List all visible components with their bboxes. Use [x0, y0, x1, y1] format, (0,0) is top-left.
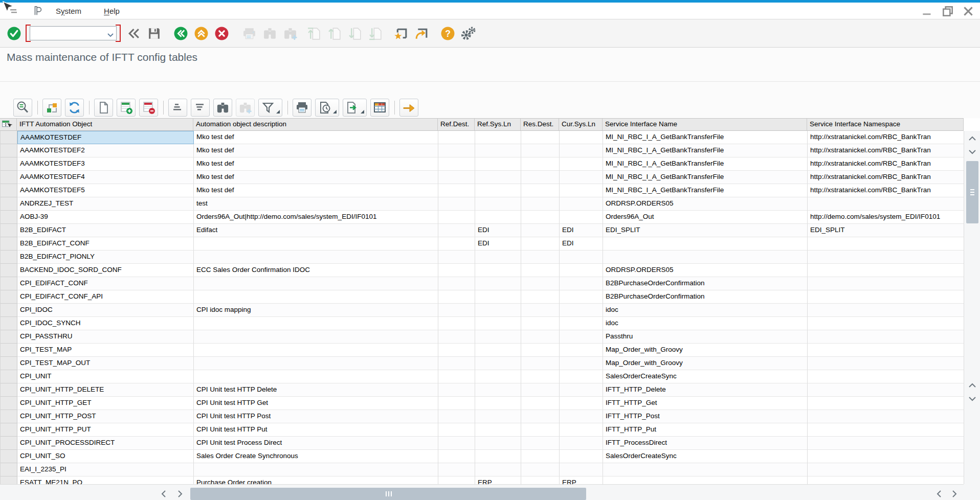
create-shortcut-button[interactable]	[412, 25, 430, 42]
cell-res_dest[interactable]	[521, 397, 560, 410]
vertical-scrollbar-thumb[interactable]	[966, 161, 978, 223]
cell-res_dest[interactable]	[521, 344, 560, 357]
cell-sin[interactable]: Orders96A_Out	[603, 211, 808, 224]
cell-ref_dest[interactable]	[438, 330, 475, 344]
cell-desc[interactable]: Purchase Order creation	[194, 476, 438, 484]
cell-res_dest[interactable]	[521, 370, 560, 383]
row-selector[interactable]	[1, 184, 17, 197]
cell-ref_sys[interactable]	[475, 290, 521, 304]
scroll-down-button[interactable]	[965, 145, 979, 158]
cell-sin[interactable]	[603, 251, 808, 264]
exit-button[interactable]	[192, 25, 210, 42]
cell-res_dest[interactable]	[521, 157, 560, 171]
page-up-button[interactable]	[326, 25, 344, 42]
row-selector[interactable]	[1, 344, 17, 357]
cell-res_dest[interactable]	[521, 277, 560, 290]
cell-desc[interactable]	[194, 357, 438, 370]
cell-desc[interactable]: Mko test def	[194, 157, 438, 171]
row-selector[interactable]	[1, 383, 17, 397]
find-next-button[interactable]	[281, 25, 299, 42]
dropdown-arrow-icon[interactable]	[333, 110, 337, 113]
close-button[interactable]	[962, 5, 975, 17]
cell-ref_sys[interactable]	[475, 463, 521, 476]
row-selector[interactable]	[1, 450, 17, 463]
cell-sin[interactable]: IFTT_HTTP_Delete	[603, 383, 808, 397]
collapse-command-field-button[interactable]	[125, 25, 142, 42]
back-button[interactable]	[172, 25, 189, 42]
cell-sin[interactable]: EDI_SPLIT	[603, 224, 808, 237]
cell-obj[interactable]: CPI_EDIFACT_CONF	[17, 277, 194, 290]
cell-ref_sys[interactable]	[475, 211, 521, 224]
column-header-ref_dest[interactable]: Ref.Dest.	[438, 119, 475, 131]
cell-sns[interactable]	[808, 290, 964, 304]
column-header-desc[interactable]: Automation object description	[193, 119, 438, 131]
cell-desc[interactable]: Edifact	[194, 224, 438, 237]
cell-ref_sys[interactable]	[475, 264, 521, 277]
row-selector[interactable]	[1, 211, 17, 224]
cell-obj[interactable]: EAI_I_2235_PI	[17, 463, 194, 476]
cell-desc[interactable]: Orders96A_Out|http://demo.com/sales/syst…	[194, 211, 438, 224]
menu-help[interactable]: Help	[104, 7, 120, 15]
cell-sns[interactable]	[808, 397, 964, 410]
row-selector[interactable]	[1, 224, 17, 237]
cell-sns[interactable]: EDI_SPLIT	[808, 224, 964, 237]
cell-res_dest[interactable]	[521, 264, 560, 277]
cell-cur_sys[interactable]	[560, 131, 603, 144]
row-selector[interactable]	[1, 330, 17, 344]
scroll-page-down-button[interactable]	[965, 392, 979, 405]
cell-obj[interactable]: AAAMKOTESTDEF5	[17, 184, 194, 197]
cell-sin[interactable]: IFTT_HTTP_Put	[603, 423, 808, 437]
cell-ref_sys[interactable]	[475, 344, 521, 357]
cell-obj[interactable]: CPI_IDOC	[17, 304, 194, 317]
cell-sin[interactable]: MI_NI_RBC_I_A_GetBankTransferFile	[603, 144, 808, 157]
cell-sin[interactable]: IFTT_ProcessDirect	[603, 437, 808, 450]
cell-ref_sys[interactable]	[475, 251, 521, 264]
cell-sns[interactable]	[808, 251, 964, 264]
row-selector[interactable]	[1, 277, 17, 290]
cell-desc[interactable]	[194, 317, 438, 330]
cell-desc[interactable]: CPI Unit test HTTP Put	[194, 423, 438, 437]
cell-ref_sys[interactable]	[475, 171, 521, 184]
row-selector[interactable]	[1, 463, 17, 476]
print-button[interactable]	[240, 25, 258, 42]
cell-cur_sys[interactable]	[560, 184, 603, 197]
cell-ref_dest[interactable]	[438, 184, 475, 197]
cell-sin[interactable]: ORDRSP.ORDERS05	[603, 264, 808, 277]
row-selector[interactable]	[1, 131, 17, 144]
cell-ref_dest[interactable]	[438, 277, 475, 290]
cell-ref_sys[interactable]	[475, 184, 521, 197]
cell-sns[interactable]	[808, 277, 964, 290]
cell-sns[interactable]: http://xstratanickel.com/RBC_BankTran	[808, 184, 964, 197]
cell-desc[interactable]: CPI Unit test HTTP Post	[194, 410, 438, 423]
cell-ref_dest[interactable]	[438, 224, 475, 237]
row-selector[interactable]	[1, 476, 17, 484]
cell-sin[interactable]: Passthru	[603, 330, 808, 344]
cell-ref_dest[interactable]	[438, 463, 475, 476]
check-entries-button[interactable]	[42, 99, 61, 117]
cell-sns[interactable]	[808, 410, 964, 423]
cell-desc[interactable]: Mko test def	[194, 171, 438, 184]
cell-cur_sys[interactable]	[560, 463, 603, 476]
cell-obj[interactable]: CPI_UNIT_HTTP_DELETE	[17, 383, 194, 397]
cell-obj[interactable]: AAAMKOTESTDEF3	[17, 157, 194, 171]
cell-sin[interactable]	[603, 476, 808, 484]
cell-ref_dest[interactable]	[438, 144, 475, 157]
first-page-button[interactable]	[306, 25, 323, 42]
cell-sin[interactable]: Map_Order_with_Groovy	[603, 357, 808, 370]
cell-cur_sys[interactable]	[560, 330, 603, 344]
cell-desc[interactable]: test	[194, 197, 438, 211]
cell-ref_sys[interactable]: EDI	[475, 224, 521, 237]
chevron-down-icon[interactable]	[107, 31, 114, 40]
scroll-left-button[interactable]	[157, 487, 171, 500]
scroll-left-end-button[interactable]	[932, 487, 946, 500]
cell-res_dest[interactable]	[521, 237, 560, 251]
command-field[interactable]	[30, 26, 117, 40]
find-next-button[interactable]	[236, 99, 255, 117]
cell-ref_sys[interactable]	[475, 277, 521, 290]
cell-ref_dest[interactable]	[438, 197, 475, 211]
cell-cur_sys[interactable]	[560, 277, 603, 290]
cell-cur_sys[interactable]	[560, 397, 603, 410]
grid-corner-cell[interactable]	[0, 119, 17, 131]
cell-cur_sys[interactable]	[560, 197, 603, 211]
cell-sns[interactable]	[808, 463, 964, 476]
